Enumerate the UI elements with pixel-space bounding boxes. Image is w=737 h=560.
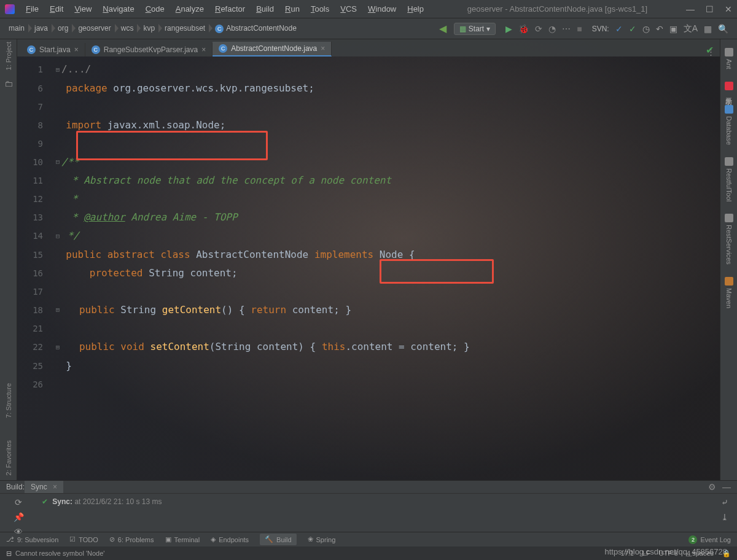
gear-icon[interactable]: ⚙ <box>708 482 716 492</box>
favorites-tool-tab[interactable]: 2: Favorites <box>5 440 12 475</box>
code-content[interactable]: * @author Andrea Aime - TOPP <box>54 208 238 227</box>
bottom-tool-subversion[interactable]: ⎇9: Subversion <box>6 535 58 543</box>
code-content[interactable]: protected String content; <box>54 264 238 282</box>
close-icon[interactable]: × <box>321 44 325 53</box>
menu-build[interactable]: Build <box>251 2 279 16</box>
close-icon[interactable]: × <box>201 45 206 54</box>
close-icon[interactable]: × <box>53 483 57 491</box>
menu-edit[interactable]: Edit <box>45 2 68 16</box>
status-error[interactable]: ⊟ Cannot resolve symbol 'Node' <box>6 550 104 558</box>
menu-navigate[interactable]: Navigate <box>98 2 139 16</box>
code-content[interactable]: ⊞ public void setContent(String content)… <box>54 338 470 357</box>
structure-tool-tab[interactable]: 7: Structure <box>5 383 12 418</box>
tab-RangeSubsetKvpParser-java[interactable]: CRangeSubsetKvpParser.java× <box>85 43 213 56</box>
code-content[interactable]: ⊟ */ <box>54 227 79 246</box>
menu-help[interactable]: Help <box>402 2 429 16</box>
crumb-java[interactable]: java <box>31 23 53 34</box>
coverage-icon[interactable]: ⟳ <box>535 24 542 34</box>
debug-icon[interactable]: 🐞 <box>518 24 529 34</box>
code-line-7[interactable]: 7 <box>17 98 720 116</box>
bottom-tool-build[interactable]: 🔨Build <box>260 534 296 545</box>
code-content[interactable]: package org.geoserver.wcs.kvp.rangesubse… <box>54 79 314 98</box>
menu-view[interactable]: View <box>69 2 96 16</box>
code-line-16[interactable]: 16 protected String content; <box>17 264 720 282</box>
menu-code[interactable]: Code <box>141 2 170 16</box>
code-line-25[interactable]: 25 } <box>17 357 720 375</box>
code-line-6[interactable]: 6 package org.geoserver.wcs.kvp.rangesub… <box>17 79 720 98</box>
run-icon[interactable]: ▶ <box>505 24 512 34</box>
menu-window[interactable]: Window <box>363 2 401 16</box>
crumb-main[interactable]: main <box>5 23 29 34</box>
pin-icon[interactable]: 📌 <box>14 512 24 522</box>
scroll-end-icon[interactable]: ⤓ <box>721 512 728 522</box>
build-tab-sync[interactable]: Sync × <box>25 481 63 493</box>
update-icon[interactable]: ✓ <box>615 24 623 34</box>
crumb-AbstractContentNode[interactable]: CAbstractContentNode <box>211 23 302 34</box>
back-icon[interactable]: ◀ <box>439 23 446 34</box>
right-tab-restfultool[interactable]: RestfulTool <box>725 157 733 201</box>
right-tab-开发助手[interactable]: 开发助手 <box>724 82 733 93</box>
crumb-rangesubset[interactable]: rangesubset <box>161 23 210 34</box>
code-content[interactable]: } <box>54 357 72 375</box>
bottom-tool-spring[interactable]: ❀Spring <box>308 535 336 543</box>
menu-vcs[interactable]: VCS <box>335 2 362 16</box>
refresh-icon[interactable]: ⟳ <box>15 497 22 507</box>
code-content[interactable]: ⊞ public String getContent() { return co… <box>54 301 351 320</box>
bottom-tool-todo[interactable]: ☑TODO <box>69 535 98 543</box>
bottom-tool-problems[interactable]: ⊘6: Problems <box>109 535 154 543</box>
tab-AbstractContentNode-java[interactable]: CAbstractContentNode.java× <box>213 42 332 56</box>
code-line-12[interactable]: 12 * <box>17 190 720 208</box>
tab-Start-java[interactable]: CStart.java× <box>21 43 85 56</box>
translate-icon[interactable]: 文A <box>684 23 698 34</box>
soft-wrap-icon[interactable]: ⤶ <box>721 497 728 507</box>
code-line-11[interactable]: 11 * Abstract node that add the concept … <box>17 171 720 190</box>
code-line-21[interactable]: 21 <box>17 319 720 338</box>
code-line-13[interactable]: 13 * @author Andrea Aime - TOPP <box>17 208 720 227</box>
minimize-button[interactable]: — <box>686 4 695 14</box>
maximize-button[interactable]: ☐ <box>706 4 714 14</box>
right-tab-maven[interactable]: Maven <box>725 277 733 308</box>
close-button[interactable]: ✕ <box>725 4 732 14</box>
history-icon[interactable]: ◷ <box>642 24 650 34</box>
code-line-9[interactable]: 9 <box>17 134 720 153</box>
code-editor[interactable]: 1⊞/.../6 package org.geoserver.wcs.kvp.r… <box>17 56 720 480</box>
project-tool-tab[interactable]: 1: Project <box>5 42 12 70</box>
menu-tools[interactable]: Tools <box>306 2 334 16</box>
code-line-10[interactable]: 10⊟/** <box>17 153 720 172</box>
right-tab-ant[interactable]: Ant <box>725 48 733 69</box>
code-content[interactable]: import javax.xml.soap.Node; <box>54 116 225 134</box>
crumb-kvp[interactable]: kvp <box>139 23 160 34</box>
menu-analyze[interactable]: Analyze <box>171 2 209 16</box>
right-tab-restservices[interactable]: RestServices <box>725 214 733 265</box>
minimize-panel-icon[interactable]: — <box>722 482 731 492</box>
menu-refactor[interactable]: Refactor <box>210 2 250 16</box>
stop-icon[interactable]: ■ <box>577 24 582 34</box>
folder-icon[interactable]: 🗀 <box>4 79 13 88</box>
code-line-8[interactable]: 8 import javax.xml.soap.Node; <box>17 116 720 134</box>
code-content[interactable]: * <box>54 190 78 208</box>
code-line-1[interactable]: 1⊞/.../ <box>17 60 720 79</box>
right-tab-database[interactable]: Database <box>725 105 733 145</box>
revert-icon[interactable]: ↶ <box>656 24 663 34</box>
search-icon[interactable]: 🔍 <box>718 24 728 34</box>
menu-file[interactable]: File <box>21 2 44 16</box>
run-config-selector[interactable]: ▦ Start ▾ <box>454 23 496 35</box>
branch-icon[interactable]: ▣ <box>669 24 677 34</box>
code-line-17[interactable]: 17 <box>17 282 720 301</box>
crumb-org[interactable]: org <box>54 23 73 34</box>
code-content[interactable]: ⊟/** <box>54 153 79 172</box>
more-run-icon[interactable]: ⋯ <box>562 24 571 34</box>
inspection-ok-icon[interactable]: ✔ <box>706 44 714 56</box>
code-content[interactable]: * Abstract node that add the concept of … <box>54 171 391 190</box>
code-content[interactable]: ⊞/.../ <box>54 60 91 79</box>
crumb-wcs[interactable]: wcs <box>117 23 139 34</box>
code-content[interactable]: public abstract class AbstractContentNod… <box>54 246 415 264</box>
ide-settings-icon[interactable]: ▦ <box>704 24 712 34</box>
profile-icon[interactable]: ◔ <box>548 24 556 34</box>
code-line-22[interactable]: 22⊞ public void setContent(String conten… <box>17 338 720 357</box>
bottom-tool-terminal[interactable]: ▣Terminal <box>165 535 200 543</box>
crumb-geoserver[interactable]: geoserver <box>74 23 115 34</box>
event-log-button[interactable]: 2 Event Log <box>688 535 731 544</box>
code-line-26[interactable]: 26 <box>17 375 720 394</box>
code-line-15[interactable]: 15 public abstract class AbstractContent… <box>17 246 720 264</box>
